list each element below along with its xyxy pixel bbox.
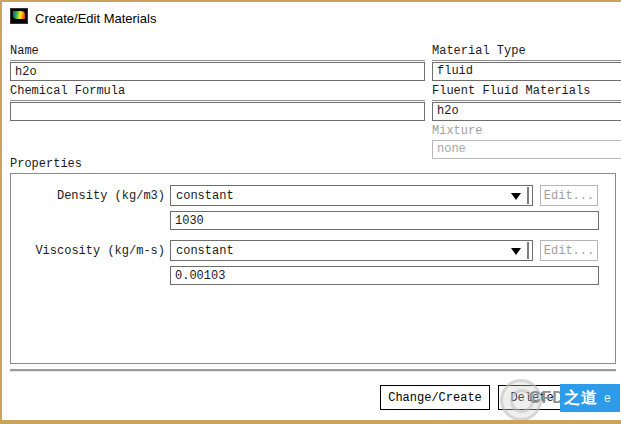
dialog-title: Create/Edit Materials <box>35 11 156 26</box>
chemical-formula-input[interactable] <box>10 102 425 121</box>
chevron-down-icon <box>511 248 521 255</box>
watermark-badge: 之道 e <box>560 384 620 412</box>
watermark-text-brand: 之道 <box>564 388 598 409</box>
contour-plot-glyph <box>13 11 25 19</box>
viscosity-edit-button: Edit... <box>540 240 598 261</box>
name-input[interactable] <box>10 62 425 81</box>
fluent-fluid-materials-label: Fluent Fluid Materials <box>432 84 621 101</box>
fluent-app-icon <box>10 8 28 24</box>
viscosity-label: Viscosity (kg/m-s) <box>22 244 165 258</box>
viscosity-method-dropdown[interactable]: constant <box>170 240 533 261</box>
chevron-down-icon <box>511 193 521 200</box>
create-edit-materials-dialog: Create/Edit Materials Name Chemical Form… <box>0 0 621 424</box>
watermark-text-suffix: e <box>604 391 611 405</box>
density-method-dropdown[interactable]: constant <box>170 185 533 206</box>
dropdown-edge <box>527 242 529 259</box>
name-label: Name <box>10 44 425 61</box>
density-method-value: constant <box>176 188 234 204</box>
mixture-label: Mixture <box>432 124 621 138</box>
properties-label: Properties <box>10 157 616 171</box>
dropdown-edge <box>527 187 529 204</box>
material-type-dropdown[interactable]: fluid <box>432 62 621 81</box>
viscosity-value-input[interactable] <box>170 266 599 285</box>
density-label: Density (kg/m3) <box>22 189 165 203</box>
density-edit-button: Edit... <box>540 185 598 206</box>
viscosity-method-value: constant <box>176 243 234 259</box>
change-create-button[interactable]: Change/Create <box>380 385 490 410</box>
chemical-formula-label: Chemical Formula <box>10 84 425 101</box>
footer-separator <box>10 369 616 372</box>
fluent-fluid-materials-dropdown[interactable]: h2o <box>432 102 621 121</box>
density-value-input[interactable] <box>170 211 599 230</box>
material-type-label: Material Type <box>432 44 621 61</box>
